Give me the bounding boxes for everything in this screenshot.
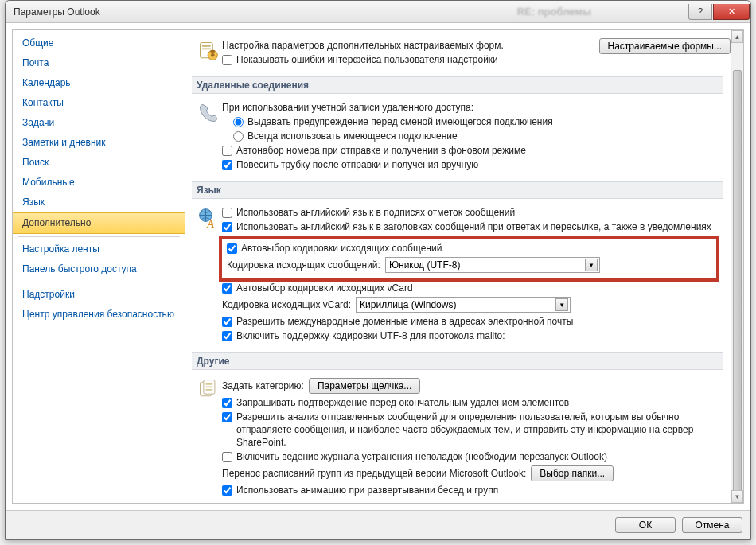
globe-letter-icon: A: [195, 205, 222, 343]
svg-rect-5: [211, 50, 215, 53]
encoding-vcard-value: Кириллица (Windows): [360, 299, 456, 310]
troubleshoot-log-label: Включить ведение журнала устранения непо…: [236, 450, 607, 463]
confirm-delete-checkbox[interactable]: [222, 398, 232, 408]
auto-encoding-outgoing-checkbox[interactable]: [227, 243, 237, 254]
show-addin-errors-label: Показывать ошибки интерфейса пользовател…: [236, 53, 498, 66]
phone-icon: [195, 100, 222, 172]
auto-encoding-vcard-checkbox[interactable]: [222, 283, 232, 294]
scrollbar[interactable]: ▲ ▼: [731, 30, 743, 503]
content-pane: ▲ ▼ Настраиваемые формы... Настройка пар…: [185, 29, 744, 504]
dialup-lead: При использовании учетной записи удаленн…: [222, 101, 473, 114]
autodial-checkbox[interactable]: [222, 146, 232, 156]
auto-encoding-vcard-label: Автовыбор кодировки исходящих vCard: [236, 282, 413, 294]
dialup-existing-radio[interactable]: [233, 131, 244, 142]
dialup-warn-radio[interactable]: [233, 117, 244, 127]
choose-folder-button[interactable]: Выбор папки...: [531, 465, 614, 481]
documents-icon: [195, 376, 222, 497]
section-header-dialup: Удаленные соединения: [192, 76, 723, 94]
use-animation-checkbox[interactable]: [222, 485, 232, 496]
click-params-button[interactable]: Параметры щелчка...: [309, 378, 421, 394]
sent-analysis-label: Разрешить анализ отправленных сообщений …: [236, 411, 719, 449]
sidebar-item-language[interactable]: Язык: [13, 193, 185, 212]
help-icon: ?: [698, 6, 703, 16]
help-button[interactable]: ?: [688, 4, 712, 20]
sidebar-item-calendar[interactable]: Календарь: [13, 73, 185, 93]
sidebar-item-trustcenter[interactable]: Центр управления безопасностью: [13, 305, 185, 325]
sidebar-item-notes[interactable]: Заметки и дневник: [13, 133, 185, 153]
svg-rect-2: [202, 49, 211, 50]
sidebar-item-qat[interactable]: Панель быстрого доступа: [13, 259, 185, 279]
encoding-highlight: Автовыбор кодировки исходящих сообщений …: [219, 236, 719, 282]
svg-rect-12: [206, 389, 213, 391]
sidebar-item-tasks[interactable]: Задачи: [13, 113, 185, 133]
sidebar-item-search[interactable]: Поиск: [13, 153, 185, 173]
eng-headers-checkbox[interactable]: [222, 222, 232, 232]
svg-text:A: A: [206, 218, 214, 229]
sidebar-item-contacts[interactable]: Контакты: [13, 93, 185, 113]
scroll-down-icon[interactable]: ▼: [731, 490, 743, 503]
migrate-schedules-label: Перенос расписаний групп из предыдущей в…: [222, 468, 526, 479]
dialup-warn-label: Выдавать предупреждение перед сменой име…: [247, 115, 553, 128]
sidebar-separator: [18, 282, 180, 282]
svg-rect-1: [202, 45, 211, 47]
forms-desc: Настройка параметров дополнительных наст…: [222, 39, 504, 52]
section-header-language: Язык: [192, 181, 723, 199]
sidebar-separator: [18, 236, 180, 237]
idn-checkbox[interactable]: [222, 317, 232, 327]
titlebar: Параметры Outlook RE: проблемы ? ✕: [6, 1, 750, 23]
sidebar-item-mobile[interactable]: Мобильные: [13, 173, 185, 193]
utf8-mailto-checkbox[interactable]: [222, 331, 232, 341]
idn-label: Разрешить международные доменные имена в…: [236, 315, 573, 328]
eng-signatures-checkbox[interactable]: [222, 208, 232, 218]
confirm-delete-label: Запрашивать подтверждение перед окончате…: [236, 396, 569, 409]
chevron-down-icon: ▼: [585, 259, 598, 271]
eng-signatures-label: Использовать английский язык в подписях …: [236, 206, 515, 219]
encoding-vcard-dropdown[interactable]: Кириллица (Windows) ▼: [356, 297, 571, 313]
sidebar-item-general[interactable]: Общие: [13, 33, 185, 53]
background-window-hint: RE: проблемы: [517, 6, 591, 18]
sidebar-item-advanced[interactable]: Дополнительно: [13, 212, 185, 234]
eng-headers-label: Использовать английский язык в заголовка…: [236, 220, 711, 233]
sidebar-item-ribbon[interactable]: Настройка ленты: [13, 239, 185, 259]
close-button[interactable]: ✕: [713, 4, 750, 20]
hangup-checkbox[interactable]: [222, 160, 232, 170]
forms-icon: [195, 38, 222, 67]
dialup-existing-label: Всегда использовать имеющееся подключени…: [247, 130, 458, 142]
section-header-other: Другие: [192, 352, 723, 370]
sidebar-item-addins[interactable]: Надстройки: [13, 285, 185, 305]
hangup-label: Повесить трубку после отправки и получен…: [236, 158, 478, 171]
svg-point-4: [211, 53, 214, 56]
utf8-mailto-label: Включить поддержку кодировки UTF-8 для п…: [236, 329, 505, 342]
encoding-vcard-label: Кодировка исходящих vCard:: [222, 299, 351, 310]
dialog-title: Параметры Outlook: [14, 6, 100, 18]
dialog-footer: ОК Отмена: [6, 510, 750, 539]
scroll-up-icon[interactable]: ▲: [731, 30, 743, 43]
autodial-label: Автонабор номера при отправке и получени…: [236, 144, 526, 157]
close-icon: ✕: [728, 6, 735, 17]
ok-button[interactable]: ОК: [615, 517, 676, 533]
sidebar-item-mail[interactable]: Почта: [13, 53, 185, 73]
scroll-thumb[interactable]: [733, 70, 742, 504]
chevron-down-icon: ▼: [555, 298, 568, 311]
auto-encoding-outgoing-label: Автовыбор кодировки исходящих сообщений: [241, 242, 442, 255]
custom-forms-button[interactable]: Настраиваемые формы...: [599, 38, 731, 54]
sent-analysis-checkbox[interactable]: [222, 412, 232, 422]
encoding-outgoing-label: Кодировка исходящих сообщений:: [227, 259, 380, 271]
show-addin-errors-checkbox[interactable]: [222, 55, 232, 65]
encoding-outgoing-value: Юникод (UTF-8): [389, 259, 461, 271]
use-animation-label: Использовать анимацию при развертывании …: [236, 484, 498, 496]
category-sidebar: Общие Почта Календарь Контакты Задачи За…: [12, 29, 185, 504]
troubleshoot-log-checkbox[interactable]: [222, 452, 232, 462]
svg-rect-11: [206, 387, 213, 388]
cancel-button[interactable]: Отмена: [682, 517, 742, 533]
category-label: Задать категорию:: [222, 380, 304, 391]
dialog-window: Параметры Outlook RE: проблемы ? ✕ Общие…: [5, 0, 751, 540]
svg-rect-10: [206, 383, 213, 385]
encoding-outgoing-dropdown[interactable]: Юникод (UTF-8) ▼: [385, 257, 600, 273]
